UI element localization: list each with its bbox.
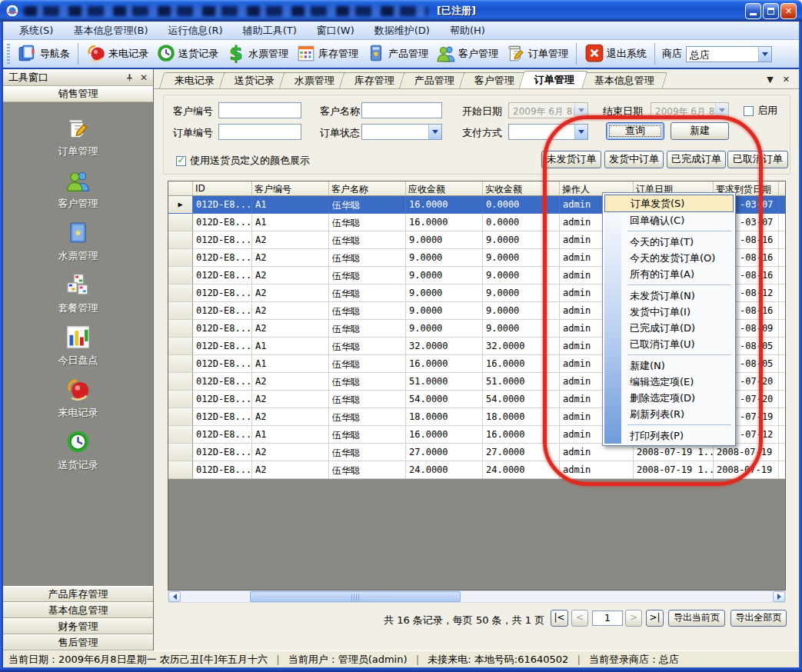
filter-button-发货中订单[interactable]: 发货中订单 — [604, 151, 664, 168]
grid-column-header-ID[interactable]: ID — [193, 181, 252, 195]
toolbar-button-退出系统[interactable]: 退出系统 — [581, 41, 651, 68]
tool-window-close-icon[interactable]: ✕ — [140, 72, 148, 83]
grid-column-header-实收金额[interactable]: 实收金额 — [483, 181, 560, 195]
toolbar-grip[interactable] — [7, 44, 10, 64]
sidebar-item-客户管理[interactable]: 客户管理 — [58, 168, 98, 211]
sidebar-section-售后管理[interactable]: 售后管理 — [3, 634, 153, 650]
tab-close-icon[interactable]: ✕ — [783, 75, 790, 85]
menu-item-系统(S)[interactable]: 系统(S) — [9, 22, 63, 40]
sidebar-item-来电记录[interactable]: 来电记录 — [58, 377, 98, 420]
minimize-button[interactable] — [745, 3, 761, 19]
shop-dropdown-button[interactable] — [758, 47, 771, 62]
tab-产品管理[interactable]: 产品管理 — [399, 72, 468, 88]
context-menu-item-回单确认(C)[interactable]: 回单确认(C) — [604, 212, 734, 228]
menu-item-基本信息管理(B)[interactable]: 基本信息管理(B) — [63, 22, 158, 40]
grid-column-header-客户编号[interactable]: 客户编号 — [252, 181, 329, 195]
enable-checkbox[interactable]: 启用 — [744, 104, 777, 118]
sidebar-item-订单管理[interactable]: 订单管理 — [58, 115, 98, 158]
sidebar-item-水票管理[interactable]: 水票管理 — [58, 220, 98, 263]
toolbar-button-导航条[interactable]: 导航条 — [14, 41, 74, 68]
scroll-left-button[interactable] — [168, 591, 181, 602]
scroll-right-button[interactable] — [773, 591, 785, 602]
customer-name-input[interactable] — [361, 102, 442, 118]
menu-item-帮助(H)[interactable]: 帮助(H) — [440, 22, 495, 40]
context-menu-item-今天的发货订单(O)[interactable]: 今天的发货订单(O) — [604, 250, 734, 266]
tab-水票管理[interactable]: 水票管理 — [279, 72, 348, 88]
sidebar-section-财务管理[interactable]: 财务管理 — [3, 618, 153, 634]
context-menu-item-未发货订单(N)[interactable]: 未发货订单(N) — [604, 288, 734, 304]
grid-column-header-客户名称[interactable]: 客户名称 — [329, 181, 406, 195]
maximize-button[interactable] — [763, 3, 779, 19]
next-page-button[interactable]: > — [625, 610, 642, 627]
tab-订单管理[interactable]: 订单管理 — [518, 71, 587, 88]
order-no-input[interactable] — [218, 124, 301, 140]
sidebar-item-套餐管理[interactable]: 套餐管理 — [58, 272, 98, 315]
context-menu-item-已取消订单(U)[interactable]: 已取消订单(U) — [604, 336, 734, 352]
context-menu-item-已完成订单(D)[interactable]: 已完成订单(D) — [604, 320, 734, 336]
payment-combobox[interactable] — [508, 124, 588, 140]
toolbar-button-送货记录[interactable]: 送货记录 — [152, 41, 222, 68]
tab-客户管理[interactable]: 客户管理 — [459, 72, 527, 88]
context-menu-item-刷新列表(R)[interactable]: 刷新列表(R) — [604, 406, 734, 422]
close-button[interactable]: ✕ — [780, 3, 797, 19]
context-menu-item-新建(N)[interactable]: 新建(N) — [604, 358, 734, 374]
filter-button-未发货订单[interactable]: 未发货订单 — [541, 151, 601, 168]
table-cell: 9.0000 — [406, 320, 483, 338]
last-page-button[interactable]: >| — [646, 610, 664, 627]
toolbar-button-客户管理[interactable]: 客户管理 — [432, 41, 502, 68]
prev-page-button[interactable]: < — [571, 610, 588, 627]
table-row[interactable]: 012D-E8...A2伍华聪27.000027.0000admin2008-0… — [168, 444, 785, 461]
toolbar-button-来电记录[interactable]: 来电记录 — [82, 41, 152, 68]
scrollbar-track[interactable] — [181, 591, 773, 602]
tab-库存管理[interactable]: 库存管理 — [339, 72, 408, 88]
menu-item-数据维护(D)[interactable]: 数据维护(D) — [364, 22, 440, 40]
context-menu-item-发货中订单(I)[interactable]: 发货中订单(I) — [604, 304, 734, 320]
tab-基本信息管理[interactable]: 基本信息管理 — [579, 72, 667, 88]
context-menu-item-今天的订单(T)[interactable]: 今天的订单(T) — [604, 234, 734, 250]
table-cell: 0.0000 — [483, 214, 560, 231]
order-status-combobox[interactable] — [361, 124, 442, 140]
start-date-picker[interactable]: 2009年 6月 8日 — [508, 102, 588, 118]
payment-dropdown-button[interactable] — [574, 125, 587, 139]
sidebar-item-今日盘点[interactable]: 今日盘点 — [58, 324, 98, 368]
pin-icon[interactable] — [125, 73, 134, 82]
start-date-dropdown-button[interactable] — [574, 103, 587, 118]
context-menu-item-编辑选定项(E)[interactable]: 编辑选定项(E) — [604, 374, 734, 390]
query-button[interactable]: 查询 — [606, 122, 664, 140]
context-menu-item-订单发货(S)[interactable]: 订单发货(S) — [604, 195, 734, 212]
sidebar-section-产品库存管理[interactable]: 产品库存管理 — [3, 586, 153, 602]
filter-button-已完成订单[interactable]: 已完成订单 — [667, 151, 726, 168]
menu-item-窗口(W)[interactable]: 窗口(W) — [307, 22, 364, 40]
shop-combobox[interactable]: 总店 — [686, 46, 772, 62]
toolbar-button-水票管理[interactable]: $水票管理 — [222, 41, 292, 68]
order-status-dropdown-button[interactable] — [428, 125, 441, 139]
end-date-dropdown-button[interactable] — [715, 103, 728, 118]
export-current-page-button[interactable]: 导出当前页 — [668, 610, 725, 627]
tab-送货记录[interactable]: 送货记录 — [219, 72, 288, 88]
menu-item-辅助工具(T)[interactable]: 辅助工具(T) — [233, 22, 307, 40]
context-menu-item-打印列表(P)[interactable]: 打印列表(P) — [604, 427, 734, 444]
grid-column-header-应收金额[interactable]: 应收金额 — [406, 181, 483, 195]
toolbar-button-产品管理[interactable]: 产品管理 — [362, 41, 432, 68]
driver-color-checkbox[interactable]: 使用送货员定义的颜色展示 — [176, 154, 310, 168]
end-date-picker[interactable]: 2009年 6月 8日 — [651, 102, 729, 118]
first-page-button[interactable]: |< — [551, 610, 568, 627]
toolbar-button-订单管理[interactable]: 订单管理 — [502, 41, 572, 68]
sidebar-section-sales[interactable]: 销售管理 — [3, 86, 153, 102]
toolbar-button-库存管理[interactable]: 库存管理 — [292, 41, 362, 68]
filter-button-已取消订单[interactable]: 已取消订单 — [727, 151, 788, 168]
title-bar[interactable]: [已注册] ✕ — [0, 0, 802, 22]
table-row[interactable]: 012D-E8...A2伍华聪24.000024.0000admin2008-0… — [168, 461, 785, 479]
new-button[interactable]: 新建 — [671, 122, 729, 140]
tab-dropdown-icon[interactable]: ▼ — [767, 75, 773, 85]
page-number-input[interactable]: 1 — [592, 610, 623, 626]
export-all-pages-button[interactable]: 导出全部页 — [730, 610, 787, 627]
menu-item-运行信息(R)[interactable]: 运行信息(R) — [158, 22, 232, 40]
sidebar-section-基本信息管理[interactable]: 基本信息管理 — [3, 602, 153, 618]
customer-no-input[interactable] — [218, 102, 301, 118]
context-menu-item-所有的订单(A)[interactable]: 所有的订单(A) — [604, 266, 734, 282]
sidebar-item-送货记录[interactable]: 送货记录 — [58, 429, 98, 472]
context-menu-item-删除选定项(D)[interactable]: 删除选定项(D) — [604, 390, 734, 406]
tab-来电记录[interactable]: 来电记录 — [159, 72, 228, 88]
scrollbar-thumb[interactable] — [250, 591, 461, 602]
